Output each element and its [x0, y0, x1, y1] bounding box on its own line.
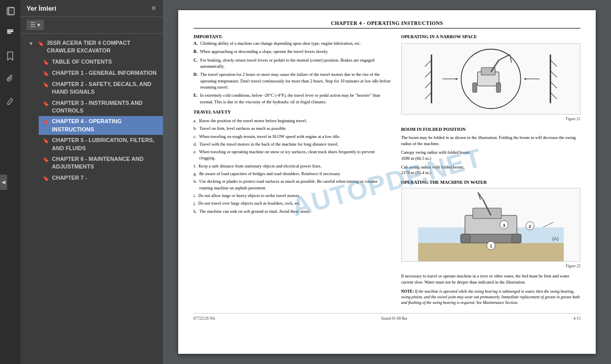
list-item-text: The travel operation for 2 hours or more…	[200, 71, 391, 90]
list-item-letter: a.	[193, 118, 197, 124]
chapter-bookmark-icon: 🔖	[43, 81, 49, 89]
travel-list-item: a.Know the position of the travel motor …	[193, 118, 391, 124]
list-item-text: Use decking or planks to protect road su…	[199, 178, 391, 191]
list-item-text: The machine can sink on soft ground or m…	[199, 208, 310, 214]
list-item-letter: d.	[193, 141, 197, 147]
svg-rect-31	[461, 234, 470, 243]
travel-list-item: d.Travel with the travel motors in the b…	[193, 141, 391, 147]
svg-text:1: 1	[489, 244, 492, 249]
sidebar-chapter-item-toc[interactable]: 🔖 TABLE OF CONTENTS	[39, 57, 163, 68]
pen-icon[interactable]	[3, 94, 17, 108]
svg-line-20	[425, 81, 431, 88]
pdf-left-column: IMPORTANT: A.Climbing ability of a machi…	[193, 34, 391, 306]
cab-label: Cab swing radius with folded boom: 2170 …	[401, 164, 580, 177]
important-list-item: E.In extremely cold conditions, below -2…	[193, 92, 391, 105]
svg-line-21	[425, 93, 431, 99]
chapter-label: CHAPTER 5 - LUBRICATION, FILTERS, AND FL…	[52, 136, 159, 152]
travel-list-item: g.Be aware of load capacities of bridges…	[193, 171, 391, 177]
note-label: NOTE:	[401, 289, 414, 294]
sidebar-chapter-item-ch1[interactable]: 🔖 CHAPTER 1 - GENERAL INFORMATION	[39, 68, 163, 79]
sidebar-menu-button[interactable]: ☰ ▾	[26, 20, 44, 30]
list-item-letter: b.	[193, 125, 197, 131]
svg-line-11	[510, 54, 511, 63]
sidebar-chapter-item-ch3[interactable]: 🔖 CHAPTER 3 - INSTRUMENTS AND CONTROLS	[39, 98, 163, 117]
bookmark-panel-icon[interactable]	[3, 26, 17, 41]
list-item-text: Climbing ability of a machine can change…	[200, 40, 360, 46]
list-item-text: In extremely cold conditions, below -20°…	[200, 92, 391, 105]
boom-folded-text: The boom may be folded in as shown in th…	[401, 135, 580, 147]
pdf-right-column: OPERATING IN A NARROW SPACE	[401, 34, 580, 306]
canopy-label: Canopy swing radius with folded boom: 16…	[401, 150, 580, 162]
important-label: IMPORTANT:	[193, 34, 391, 40]
list-item-text: Know the position of the travel motor be…	[199, 118, 307, 124]
sidebar-chapter-item-ch5[interactable]: 🔖 CHAPTER 5 - LUBRICATION, FILTERS, AND …	[39, 135, 163, 154]
list-item-text: Travel with the travel motors in the bac…	[199, 141, 339, 147]
list-item-letter: f.	[193, 163, 196, 169]
narrow-space-title: OPERATING IN A NARROW SPACE	[401, 34, 580, 40]
root-item-label: 35SR ACERA TIER 4 COMPACT CRAWLER EXCAVA…	[47, 39, 159, 55]
note-content: If the machine is operated while the swi…	[401, 289, 580, 305]
footer-right: 4-13	[573, 316, 580, 321]
chapter-bookmark-icon: 🔖	[43, 137, 49, 145]
sidebar-chapter-item-ch2[interactable]: 🔖 CHAPTER 2 - SAFETY, DECALS, AND HAND S…	[39, 79, 163, 98]
bookmark-icon[interactable]	[3, 49, 17, 63]
svg-line-43	[543, 222, 553, 228]
svg-rect-13	[496, 82, 500, 92]
root-bookmark-icon: 🔖	[38, 40, 44, 47]
footer-center: Issued 01-08 Bur	[381, 316, 408, 321]
list-item-text: When traveling or operating machine on s…	[199, 149, 391, 161]
sidebar-chapter-item-ch4[interactable]: 🔖 CHAPTER 4 - OPERATING INSTRUCTIONS	[39, 116, 163, 135]
important-list-item: A.Climbing ability of a machine can chan…	[193, 40, 391, 46]
chapter-bookmark-icon: 🔖	[43, 100, 49, 107]
list-item-text: For braking, slowly return travel levers…	[200, 57, 391, 70]
canopy-label-text: Canopy swing radius with folded boom:	[401, 150, 471, 155]
attachment-icon[interactable]	[3, 71, 17, 86]
tree-root-item[interactable]: ▼ 🔖 35SR ACERA TIER 4 COMPACT CRAWLER EX…	[24, 38, 163, 57]
svg-rect-32	[512, 234, 521, 243]
sidebar-collapse-handle[interactable]: ◀	[0, 175, 7, 190]
pages-icon[interactable]	[3, 4, 17, 18]
travel-safety-list: a.Know the position of the travel motor …	[193, 118, 391, 214]
travel-list-item: j.Do not travel over large objects such …	[193, 200, 391, 206]
important-list-item: C.For braking, slowly return travel leve…	[193, 57, 391, 70]
svg-line-10	[499, 54, 510, 60]
list-item-letter: E.	[193, 92, 198, 105]
list-item-text: Do not travel over large objects such as…	[199, 200, 301, 206]
list-item-letter: C.	[193, 57, 198, 70]
svg-text:(A): (A)	[552, 237, 558, 242]
fig21-caption: Figure 21	[401, 117, 580, 122]
sidebar-close-button[interactable]: ✕	[151, 4, 157, 12]
chapter-label: CHAPTER 1 - GENERAL INFORMATION	[52, 69, 159, 77]
main-content: CHAPTER 4 - OPERATING INSTRUCTIONS AUTOP…	[163, 0, 611, 364]
expand-icon: ▼	[29, 40, 35, 47]
chapter-label: CHAPTER 3 - INSTRUMENTS AND CONTROLS	[52, 99, 159, 115]
list-item-text: When traveling on rough terrain, travel …	[199, 133, 340, 139]
chapter-label: CHAPTER 4 - OPERATING INSTRUCTIONS	[52, 118, 159, 133]
sidebar-chapter-item-ch6[interactable]: 🔖 CHAPTER 6 - MAINTENANCE AND ADJUSTMENT…	[39, 154, 163, 173]
svg-line-25	[550, 93, 557, 99]
sidebar-chapter-item-ch7[interactable]: 🔖 CHAPTER 7 -	[39, 173, 163, 184]
canopy-value: 1690 m (66.5 in.)	[401, 156, 431, 161]
boom-folded-title: BOOM IN FOLDED POSITION	[401, 126, 580, 133]
list-item-text: Keep a safe distance from stationary obj…	[199, 163, 321, 169]
svg-rect-2	[9, 8, 14, 15]
travel-list-item: h.Use decking or planks to protect road …	[193, 178, 391, 191]
list-item-text: Travel on firm, level surfaces as much a…	[199, 125, 287, 131]
list-item-letter: j.	[193, 200, 196, 206]
svg-rect-29	[473, 208, 501, 218]
chapter-bookmark-icon: 🔖	[43, 59, 49, 66]
svg-text:3: 3	[503, 223, 505, 228]
list-item-text: Be aware of load capacities of bridges a…	[199, 171, 341, 177]
water-text1: If necessary to travel or operate machin…	[401, 273, 580, 286]
chapter-label: CHAPTER 2 - SAFETY, DECALS, AND HAND SIG…	[52, 80, 159, 96]
pdf-container[interactable]: CHAPTER 4 - OPERATING INSTRUCTIONS AUTOP…	[163, 0, 611, 364]
water-title: OPERATING THE MACHINE IN WATER	[401, 179, 580, 186]
list-item-text: Do not allow large or heavy objects to s…	[199, 192, 300, 199]
list-item-letter: k.	[193, 208, 197, 214]
list-item-letter: c.	[193, 133, 197, 139]
chapter-label: CHAPTER 7 -	[52, 174, 159, 182]
important-list-item: D.The travel operation for 2 hours or mo…	[193, 71, 391, 90]
travel-list-item: i.Do not allow large or heavy objects to…	[193, 192, 391, 199]
cab-value: 2170 m (85.4 in.)	[401, 170, 431, 175]
sidebar-title: Yer İmleri	[26, 5, 57, 12]
